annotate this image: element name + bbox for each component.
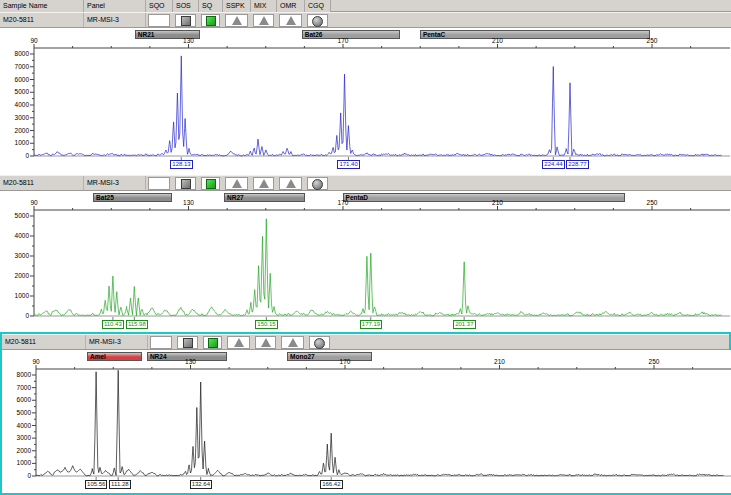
panel-cell[interactable]: MR-MSI-3 bbox=[84, 176, 146, 190]
svg-text:130: 130 bbox=[185, 358, 196, 365]
peak-size-label[interactable]: 111.28 bbox=[109, 480, 130, 489]
flag-sqo[interactable] bbox=[148, 177, 170, 190]
mix-flag-icon bbox=[261, 338, 271, 347]
flag-cgq[interactable] bbox=[309, 336, 330, 349]
panel-name: MR-MSI-3 bbox=[87, 179, 119, 186]
table-header: Sample Name Panel SQO SOS SQ SSPK MIX OM… bbox=[0, 0, 731, 12]
svg-text:6000: 6000 bbox=[15, 76, 30, 83]
svg-text:210: 210 bbox=[492, 37, 503, 44]
flag-sos[interactable] bbox=[175, 177, 196, 190]
flag-mix[interactable] bbox=[253, 14, 274, 27]
panel-name: MR-MSI-3 bbox=[89, 338, 121, 345]
svg-text:0: 0 bbox=[25, 312, 29, 319]
peak-size-label[interactable]: 171.40 bbox=[337, 160, 359, 169]
sq-flag-icon bbox=[206, 179, 216, 189]
svg-text:170: 170 bbox=[338, 199, 349, 206]
svg-text:1000: 1000 bbox=[15, 139, 30, 146]
sample-name-cell[interactable]: M20-5811 bbox=[2, 335, 86, 349]
svg-text:2000: 2000 bbox=[15, 272, 30, 279]
sample-row[interactable]: M20-5811 MR-MSI-3 bbox=[0, 175, 731, 191]
flag-sos[interactable] bbox=[177, 336, 198, 349]
peak-size-label[interactable]: 224.44 bbox=[542, 160, 564, 169]
svg-text:0: 0 bbox=[27, 472, 31, 479]
column-header-sos[interactable]: SOS bbox=[173, 0, 199, 12]
omr-flag-icon bbox=[288, 338, 298, 347]
flag-sqo[interactable] bbox=[150, 336, 172, 349]
svg-text:8000: 8000 bbox=[17, 371, 32, 378]
column-header-sq[interactable]: SQ bbox=[199, 0, 223, 12]
trace-plot: 9013017021025001000200030004000500060007… bbox=[0, 28, 731, 175]
peak-size-label[interactable]: 177.19 bbox=[360, 320, 382, 329]
peak-size-label[interactable]: 150.15 bbox=[255, 320, 277, 329]
flag-sspk[interactable] bbox=[225, 14, 248, 27]
svg-text:8000: 8000 bbox=[15, 50, 30, 57]
sample-row[interactable]: M20-5811 MR-MSI-3 bbox=[2, 334, 729, 350]
genotyping-app-window: Sample Name Panel SQO SOS SQ SSPK MIX OM… bbox=[0, 0, 731, 495]
sq-flag-icon bbox=[208, 338, 218, 348]
omr-flag-icon bbox=[286, 179, 296, 188]
peak-size-label[interactable]: 132.64 bbox=[190, 480, 212, 489]
svg-text:130: 130 bbox=[183, 37, 194, 44]
sample-name-cell[interactable]: M20-5811 bbox=[0, 176, 84, 190]
svg-text:250: 250 bbox=[647, 37, 658, 44]
peak-size-label[interactable]: 201.37 bbox=[453, 320, 475, 329]
svg-text:3000: 3000 bbox=[15, 114, 30, 121]
svg-text:90: 90 bbox=[30, 199, 38, 206]
sample-name-cell[interactable]: M20-5811 bbox=[0, 13, 84, 27]
flag-cgq[interactable] bbox=[307, 177, 328, 190]
svg-text:5000: 5000 bbox=[17, 409, 32, 416]
flag-omr[interactable] bbox=[279, 177, 302, 190]
peak-size-label[interactable]: 166.42 bbox=[320, 480, 342, 489]
svg-text:6000: 6000 bbox=[17, 396, 32, 403]
electropherogram[interactable]: Bat25NR27PentaD9013017021025001000200030… bbox=[0, 191, 731, 332]
svg-text:1000: 1000 bbox=[15, 292, 30, 299]
column-header-mix[interactable]: MIX bbox=[251, 0, 277, 12]
trace-plot: 9013017021025001000200030004000500060007… bbox=[2, 350, 731, 493]
flag-sq[interactable] bbox=[201, 177, 220, 190]
panel-cell[interactable]: MR-MSI-3 bbox=[86, 335, 148, 349]
flag-mix[interactable] bbox=[255, 336, 276, 349]
peak-size-label[interactable]: 110.43 bbox=[102, 320, 124, 329]
panel-cell[interactable]: MR-MSI-3 bbox=[84, 13, 146, 27]
svg-text:210: 210 bbox=[492, 199, 503, 206]
sample-row[interactable]: M20-5811 MR-MSI-3 bbox=[0, 12, 731, 28]
flag-sq[interactable] bbox=[201, 14, 220, 27]
flag-sspk[interactable] bbox=[227, 336, 250, 349]
svg-text:170: 170 bbox=[338, 37, 349, 44]
sos-flag-icon bbox=[181, 16, 191, 26]
column-header-sspk[interactable]: SSPK bbox=[223, 0, 251, 12]
flag-mix[interactable] bbox=[253, 177, 274, 190]
flag-sspk[interactable] bbox=[225, 177, 248, 190]
svg-text:250: 250 bbox=[649, 358, 660, 365]
peak-size-label[interactable]: 128.13 bbox=[170, 160, 192, 169]
svg-text:1000: 1000 bbox=[17, 459, 32, 466]
flag-omr[interactable] bbox=[279, 14, 302, 27]
column-header-cgq[interactable]: CGQ bbox=[305, 0, 331, 12]
column-header-sample-name[interactable]: Sample Name bbox=[0, 0, 84, 12]
svg-text:210: 210 bbox=[494, 358, 505, 365]
flag-cgq[interactable] bbox=[307, 14, 328, 27]
flag-sqo[interactable] bbox=[148, 14, 170, 27]
sample-name: M20-5811 bbox=[3, 16, 34, 23]
svg-text:7000: 7000 bbox=[17, 384, 32, 391]
flag-omr[interactable] bbox=[281, 336, 304, 349]
svg-text:5000: 5000 bbox=[15, 212, 30, 219]
svg-text:170: 170 bbox=[340, 358, 351, 365]
sample-name: M20-5811 bbox=[3, 179, 34, 186]
flag-sq[interactable] bbox=[203, 336, 222, 349]
cgq-flag-icon bbox=[314, 338, 325, 349]
column-header-sqo[interactable]: SQO bbox=[146, 0, 173, 12]
svg-text:4000: 4000 bbox=[15, 232, 30, 239]
cgq-flag-icon bbox=[312, 179, 323, 190]
flag-sos[interactable] bbox=[175, 14, 196, 27]
peak-size-label[interactable]: 115.98 bbox=[126, 320, 148, 329]
sample-block: M20-5811 MR-MSI-3 NR21Bat26PentaC9013017… bbox=[0, 12, 731, 175]
svg-text:90: 90 bbox=[32, 358, 40, 365]
peak-size-label[interactable]: 228.77 bbox=[566, 160, 588, 169]
electropherogram[interactable]: NR21Bat26PentaC9013017021025001000200030… bbox=[0, 28, 731, 175]
peak-size-label[interactable]: 105.56 bbox=[85, 480, 107, 489]
column-header-panel[interactable]: Panel bbox=[84, 0, 146, 12]
omr-flag-icon bbox=[286, 16, 296, 25]
electropherogram[interactable]: AmelNR24Mono2790130170210250010002000300… bbox=[2, 350, 731, 493]
column-header-omr[interactable]: OMR bbox=[277, 0, 305, 12]
